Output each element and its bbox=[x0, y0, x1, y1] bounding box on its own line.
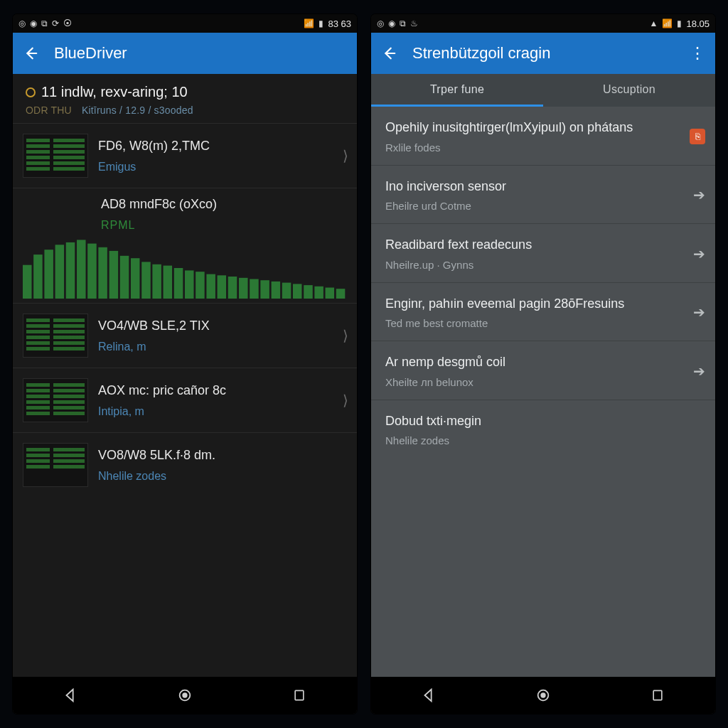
svg-rect-13 bbox=[164, 266, 172, 299]
item-title: Readibard fext readecuns bbox=[385, 237, 685, 253]
pid-row[interactable]: VO8/W8 5LK.f·8 dm. Nhelile zodes bbox=[13, 432, 357, 497]
battery-icon: ▮ bbox=[677, 18, 682, 28]
app-title: Strenbützgoil cragin bbox=[412, 44, 674, 63]
svg-rect-18 bbox=[218, 275, 226, 299]
signal-icon: 📶 bbox=[662, 18, 673, 28]
overflow-menu-icon[interactable]: ⋮ bbox=[690, 44, 705, 63]
sparkline-thumb bbox=[23, 443, 88, 487]
svg-rect-6 bbox=[87, 244, 96, 299]
svg-point-31 bbox=[182, 692, 187, 697]
item-subtitle: Rxlile fodes bbox=[385, 141, 681, 154]
notif-icon: ⟳ bbox=[52, 18, 59, 28]
pid-unit: Nhelile zodes bbox=[98, 470, 348, 483]
item-subtitle: Nhelile zodes bbox=[385, 434, 705, 446]
pid-name: AD8 mndF8c (oXco) bbox=[101, 197, 347, 212]
svg-rect-5 bbox=[77, 240, 85, 299]
item-title: Ar nemp desgmů coil bbox=[385, 354, 685, 370]
pid-row[interactable]: FD6, W8(m) 2,TMC Emigus ⟩ bbox=[13, 123, 357, 188]
notif-icon: ◎ bbox=[377, 18, 384, 28]
tab-bar: Trper fune Uscuption bbox=[371, 74, 715, 107]
svg-rect-20 bbox=[239, 278, 247, 299]
svg-point-34 bbox=[540, 692, 545, 697]
notif-icon: ⦿ bbox=[63, 18, 72, 28]
pid-row[interactable]: AOX mc: pric cañor 8c Intipia, m ⟩ bbox=[13, 368, 357, 432]
svg-rect-21 bbox=[250, 279, 258, 299]
back-icon[interactable] bbox=[23, 46, 38, 61]
list-item[interactable]: Enginr, pahıin eveemal pagin 28ōFresuins… bbox=[371, 283, 715, 342]
list-item[interactable]: Readibard fext readecuns Nheilre.up · Gy… bbox=[371, 224, 715, 283]
svg-rect-14 bbox=[174, 268, 183, 299]
pid-row[interactable]: VO4/WB SLE,2 TIX Relina, m ⟩ bbox=[13, 303, 357, 368]
app-title: BlueDriver bbox=[54, 44, 347, 63]
item-subtitle: Nheilre.up · Gynns bbox=[385, 259, 685, 271]
tab-trper-fune[interactable]: Trper fune bbox=[371, 74, 543, 107]
pid-name: AOX mc: pric cañor 8c bbox=[98, 383, 333, 398]
notif-icon: ◎ bbox=[18, 18, 26, 28]
back-icon[interactable] bbox=[381, 46, 397, 61]
list-item[interactable]: Ino inciverson sensor Eheilre urd Cotme … bbox=[371, 166, 715, 225]
item-title: Enginr, pahıin eveemal pagin 28ōFresuins bbox=[385, 296, 685, 312]
notif-icon: ♨ bbox=[410, 18, 418, 28]
status-bar: ◎ ◉ ⧉ ⟳ ⦿ 📶 ▮ 83 63 bbox=[13, 14, 357, 33]
svg-rect-17 bbox=[206, 274, 215, 299]
live-data-panel: 11 indlw, rexv-aring; 10 ODR THUKitīruns… bbox=[13, 74, 357, 677]
svg-rect-12 bbox=[152, 264, 161, 299]
chevron-right-icon: ⟩ bbox=[343, 147, 348, 164]
nav-back-icon[interactable] bbox=[419, 686, 438, 705]
svg-rect-32 bbox=[295, 690, 304, 700]
app-bar: BlueDriver bbox=[13, 33, 357, 74]
notif-icon: ⧉ bbox=[41, 18, 48, 28]
item-subtitle: Eheilre urd Cotme bbox=[385, 200, 685, 212]
pid-unit: Relina, m bbox=[98, 341, 333, 353]
chevron-right-icon: ➔ bbox=[693, 363, 705, 380]
summary-sub: ODR THUKitīruns / 12.9 / s3ooded bbox=[26, 105, 347, 116]
svg-rect-29 bbox=[336, 289, 345, 299]
pid-row-chart[interactable]: AD8 mndF8c (oXco) RPML bbox=[13, 188, 357, 303]
list-item[interactable]: Opehily inusitghtirger(lmXyipuıl) on phá… bbox=[371, 107, 715, 166]
svg-rect-11 bbox=[141, 262, 150, 299]
pid-name: FD6, W8(m) 2,TMC bbox=[98, 139, 333, 154]
tab-uscuption[interactable]: Uscuption bbox=[543, 74, 715, 107]
sparkline-thumb bbox=[23, 378, 88, 422]
chevron-right-icon: ➔ bbox=[693, 304, 705, 321]
svg-rect-8 bbox=[109, 251, 118, 299]
nav-recent-icon[interactable] bbox=[648, 686, 667, 705]
svg-rect-7 bbox=[98, 247, 107, 299]
item-subtitle: Ted me best cromatte bbox=[385, 317, 685, 329]
report-list: Opehily inusitghtirger(lmXyipuıl) on phá… bbox=[371, 107, 715, 677]
item-title: Opehily inusitghtirger(lmXyipuıl) on phá… bbox=[385, 119, 681, 136]
clock: 83 63 bbox=[328, 18, 351, 29]
notif-icon: ◉ bbox=[30, 18, 37, 28]
chevron-right-icon: ⟩ bbox=[343, 327, 348, 344]
warning-badge-icon: ⎘ bbox=[690, 129, 705, 144]
android-nav-bar bbox=[371, 677, 715, 714]
item-subtitle: Xheilte лn belunox bbox=[385, 376, 685, 388]
nav-back-icon[interactable] bbox=[61, 686, 80, 705]
sparkline-thumb bbox=[23, 314, 88, 358]
notif-icon: ◉ bbox=[388, 18, 395, 28]
svg-rect-25 bbox=[293, 284, 301, 299]
notif-icon: ⧉ bbox=[400, 18, 406, 28]
status-bar: ◎ ◉ ⧉ ♨ ▲ 📶 ▮ 18.05 bbox=[371, 14, 715, 33]
status-dot-icon bbox=[26, 87, 36, 97]
sparkline-thumb bbox=[23, 134, 88, 178]
svg-rect-10 bbox=[131, 258, 139, 299]
list-item[interactable]: Ar nemp desgmů coil Xheilte лn belunox ➔ bbox=[371, 341, 715, 400]
svg-rect-27 bbox=[314, 287, 323, 299]
svg-rect-0 bbox=[23, 265, 31, 299]
svg-rect-28 bbox=[326, 288, 334, 299]
summary-block: 11 indlw, rexv-aring; 10 ODR THUKitīruns… bbox=[13, 78, 357, 123]
phone-left: ◎ ◉ ⧉ ⟳ ⦿ 📶 ▮ 83 63 BlueDriver 11 indlw,… bbox=[13, 14, 357, 714]
svg-rect-4 bbox=[66, 242, 75, 299]
nav-home-icon[interactable] bbox=[534, 686, 552, 705]
nav-recent-icon[interactable] bbox=[290, 686, 309, 705]
pid-unit: Emigus bbox=[98, 161, 333, 173]
item-title: Dobud txti·megin bbox=[385, 413, 705, 429]
item-title: Ino inciverson sensor bbox=[385, 178, 685, 195]
list-item[interactable]: Dobud txti·megin Nhelile zodes bbox=[371, 400, 715, 459]
clock: 18.05 bbox=[686, 18, 710, 29]
pid-name: VO4/WB SLE,2 TIX bbox=[98, 318, 333, 333]
nav-home-icon[interactable] bbox=[176, 686, 194, 705]
signal-icon: 📶 bbox=[304, 18, 314, 28]
svg-rect-24 bbox=[282, 283, 291, 299]
